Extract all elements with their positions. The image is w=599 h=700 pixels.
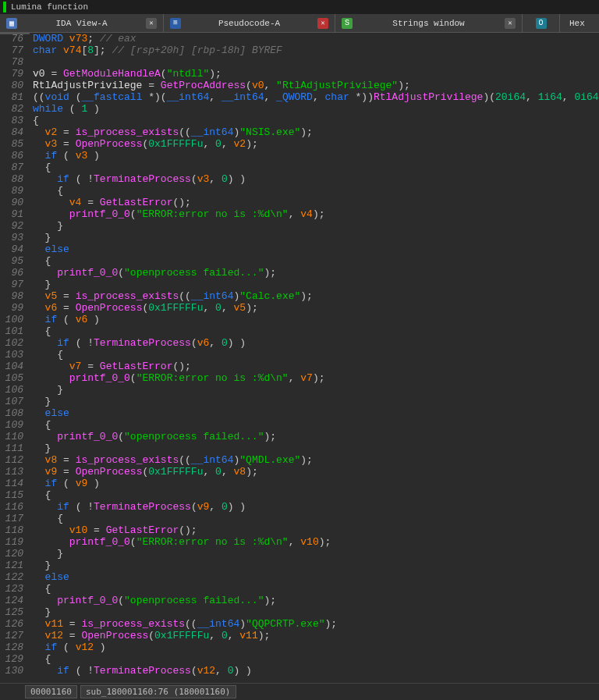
code-line[interactable]: 85 v3 = OpenProcess(0x1FFFFFu, 0, v2); xyxy=(0,138,599,150)
code-line[interactable]: 109 { xyxy=(0,419,599,431)
tab-hex-label-area[interactable]: Hex xyxy=(560,14,599,33)
code-line[interactable]: 100 if ( v6 ) xyxy=(0,314,599,325)
line-number: 129 xyxy=(0,653,28,665)
line-number: 120 xyxy=(0,548,28,560)
code-content: { xyxy=(28,489,599,501)
code-line[interactable]: 94 else xyxy=(0,243,599,255)
code-line[interactable]: 90 v4 = GetLastError(); xyxy=(0,197,599,208)
line-number: 95 xyxy=(0,255,28,267)
close-icon[interactable]: ✕ xyxy=(317,18,328,29)
code-content: } xyxy=(28,396,599,407)
status-function: sub_180001160:76 (180001160) xyxy=(80,685,236,698)
code-line[interactable]: 110 printf_0_0("openprocess failed..."); xyxy=(0,431,599,442)
code-content: printf_0_0("openprocess failed..."); xyxy=(28,431,599,442)
code-line[interactable]: 128 if ( v12 ) xyxy=(0,641,599,653)
code-line[interactable]: 88 if ( !TerminateProcess(v3, 0) ) xyxy=(0,173,599,185)
code-line[interactable]: 122 else xyxy=(0,571,599,583)
line-number: 103 xyxy=(0,349,28,361)
code-line[interactable]: 114 if ( v9 ) xyxy=(0,478,599,489)
code-line[interactable]: 92 } xyxy=(0,220,599,232)
code-line[interactable]: 124 printf_0_0("openprocess failed..."); xyxy=(0,595,599,606)
code-line[interactable]: 115 { xyxy=(0,489,599,501)
tab-hex[interactable]: O xyxy=(523,14,560,33)
pseudocode-view[interactable]: 76DWORD v73; // eax77char v74[8]; // [rs… xyxy=(0,33,599,682)
code-line[interactable]: 91 printf_0_0("ERROR:error no is :%d\n",… xyxy=(0,208,599,220)
ida-view-icon: ▦ xyxy=(6,18,17,29)
code-line[interactable]: 78 xyxy=(0,56,599,68)
code-line[interactable]: 108 else xyxy=(0,407,599,419)
code-line[interactable]: 111 } xyxy=(0,442,599,454)
line-number: 91 xyxy=(0,208,28,220)
code-line[interactable]: 126 v11 = is_process_exists((__int64)"QQ… xyxy=(0,618,599,630)
code-line[interactable]: 76DWORD v73; // eax xyxy=(0,33,599,44)
code-line[interactable]: 105 printf_0_0("ERROR:error no is :%d\n"… xyxy=(0,372,599,384)
code-line[interactable]: 79v0 = GetModuleHandleA("ntdll"); xyxy=(0,68,599,80)
code-line[interactable]: 103 { xyxy=(0,349,599,361)
code-line[interactable]: 119 printf_0_0("ERROR:error no is :%d\n"… xyxy=(0,536,599,548)
code-content: if ( v3 ) xyxy=(28,150,599,162)
code-line[interactable]: 83{ xyxy=(0,115,599,126)
line-number: 84 xyxy=(0,126,28,138)
code-content: } xyxy=(28,384,599,396)
code-line[interactable]: 87 { xyxy=(0,162,599,173)
tab-label: Hex xyxy=(569,19,585,28)
code-line[interactable]: 120 } xyxy=(0,548,599,560)
tab-pseudocode[interactable]: ≡ Pseudocode-A ✕ xyxy=(164,14,335,33)
code-line[interactable]: 95 { xyxy=(0,255,599,267)
code-line[interactable]: 125 } xyxy=(0,606,599,618)
line-number: 111 xyxy=(0,442,28,454)
line-number: 122 xyxy=(0,571,28,583)
line-number: 123 xyxy=(0,583,28,595)
code-line[interactable]: 97 } xyxy=(0,279,599,290)
code-line[interactable]: 81((void (__fastcall *)(__int64, __int64… xyxy=(0,91,599,103)
code-line[interactable]: 99 v6 = OpenProcess(0x1FFFFFu, 0, v5); xyxy=(0,302,599,314)
code-line[interactable]: 113 v9 = OpenProcess(0x1FFFFFu, 0, v8); xyxy=(0,466,599,478)
code-line[interactable]: 107 } xyxy=(0,396,599,407)
tab-label: Pseudocode-A xyxy=(187,19,311,28)
close-icon[interactable]: ✕ xyxy=(146,18,157,29)
code-line[interactable]: 86 if ( v3 ) xyxy=(0,150,599,162)
code-line[interactable]: 93 } xyxy=(0,232,599,243)
line-number: 88 xyxy=(0,173,28,185)
code-line[interactable]: 130 if ( !TerminateProcess(v12, 0) ) xyxy=(0,665,599,677)
tab-strings[interactable]: S Strings window ✕ xyxy=(335,14,523,33)
code-content: { xyxy=(28,653,599,665)
code-line[interactable]: 104 v7 = GetLastError(); xyxy=(0,361,599,372)
code-line[interactable]: 84 v2 = is_process_exists((__int64)"NSIS… xyxy=(0,126,599,138)
code-line[interactable]: 129 { xyxy=(0,653,599,665)
code-content: v4 = GetLastError(); xyxy=(28,197,599,208)
code-line[interactable]: 117 { xyxy=(0,513,599,524)
line-number: 127 xyxy=(0,630,28,641)
window-titlebar: Lumina function xyxy=(0,0,599,14)
code-line[interactable]: 112 v8 = is_process_exists((__int64)"QMD… xyxy=(0,454,599,466)
line-number: 82 xyxy=(0,103,28,115)
code-line[interactable]: 116 if ( !TerminateProcess(v9, 0) ) xyxy=(0,501,599,513)
code-line[interactable]: 80RtlAdjustPrivilege = GetProcAddress(v0… xyxy=(0,80,599,91)
lumina-indicator-icon xyxy=(3,2,6,12)
code-line[interactable]: 123 { xyxy=(0,583,599,595)
line-number: 76 xyxy=(0,33,28,44)
line-number: 81 xyxy=(0,91,28,103)
code-line[interactable]: 96 printf_0_0("openprocess failed..."); xyxy=(0,267,599,279)
code-content: v3 = OpenProcess(0x1FFFFFu, 0, v2); xyxy=(28,138,599,150)
code-line[interactable]: 118 v10 = GetLastError(); xyxy=(0,524,599,536)
line-number: 87 xyxy=(0,162,28,173)
code-content: printf_0_0("ERROR:error no is :%d\n", v1… xyxy=(28,536,599,548)
close-icon[interactable]: ✕ xyxy=(505,18,516,29)
tab-ida-view[interactable]: ▦ IDA View-A ✕ xyxy=(0,14,164,33)
code-line[interactable]: 127 v12 = OpenProcess(0x1FFFFFu, 0, v11)… xyxy=(0,630,599,641)
code-line[interactable]: 77char v74[8]; // [rsp+20h] [rbp-18h] BY… xyxy=(0,44,599,56)
code-line[interactable]: 82while ( 1 ) xyxy=(0,103,599,115)
code-line[interactable]: 102 if ( !TerminateProcess(v6, 0) ) xyxy=(0,337,599,349)
code-line[interactable]: 121 } xyxy=(0,560,599,571)
line-number: 116 xyxy=(0,501,28,513)
code-content: if ( v12 ) xyxy=(28,641,599,653)
code-line[interactable]: 106 } xyxy=(0,384,599,396)
code-content: else xyxy=(28,571,599,583)
line-number: 130 xyxy=(0,665,28,677)
code-content: printf_0_0("openprocess failed..."); xyxy=(28,595,599,606)
line-number: 109 xyxy=(0,419,28,431)
code-line[interactable]: 89 { xyxy=(0,185,599,197)
code-line[interactable]: 101 { xyxy=(0,325,599,337)
code-line[interactable]: 98 v5 = is_process_exists((__int64)"Calc… xyxy=(0,290,599,302)
